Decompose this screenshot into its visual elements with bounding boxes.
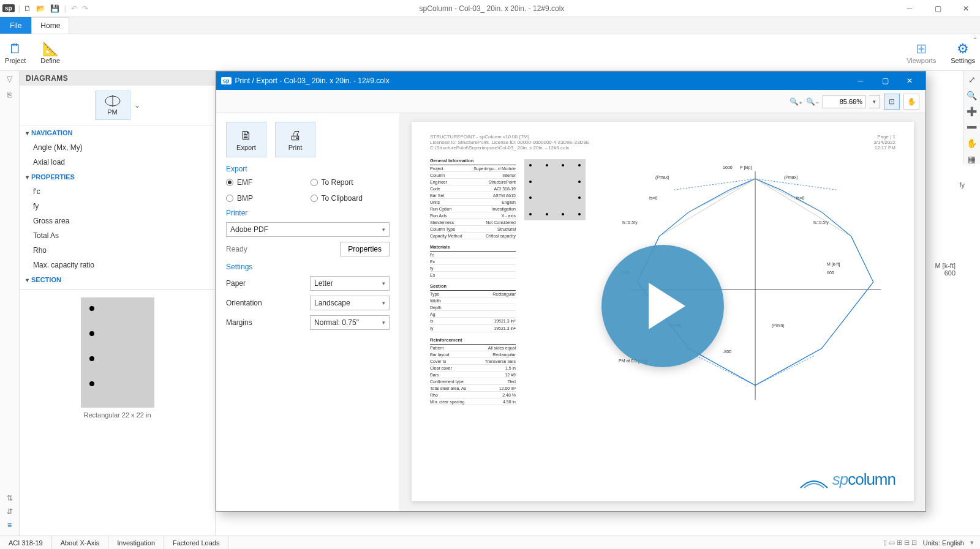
export-button[interactable]: 🗎 Export <box>226 122 266 157</box>
zoom-dropdown[interactable]: ▾ <box>869 95 880 108</box>
units-dropdown-icon[interactable]: ▾ <box>970 539 974 547</box>
zoom-in-icon[interactable]: ➕ <box>967 106 977 116</box>
project-label: Project <box>5 57 26 64</box>
svg-line-5 <box>755 179 851 236</box>
prop-gross[interactable]: Gross area <box>20 214 215 228</box>
prop-rho[interactable]: Rho <box>20 243 215 258</box>
status-runopt[interactable]: Investigation <box>108 536 164 549</box>
status-units[interactable]: Units: English <box>923 539 964 547</box>
play-button[interactable] <box>601 245 724 367</box>
settings-section-label: Settings <box>226 263 390 271</box>
sort-desc-icon[interactable]: ⇵ <box>7 507 13 516</box>
export-section-label: Export <box>226 165 390 173</box>
maximize-button[interactable]: ▢ <box>924 0 952 17</box>
printer-select[interactable]: Adobe PDF▾ <box>226 222 390 237</box>
print-export-dialog: sp Print / Export - Col-03_ 20in. x 20in… <box>216 71 926 512</box>
zoom-out-icon[interactable]: ➖ <box>967 122 977 132</box>
zoom-fit-icon[interactable]: ⤢ <box>968 75 976 84</box>
main-titlebar: sp | 🗋 📂 💾 | ↶ ↷ spColumn - Col-03_ 20in… <box>0 0 980 17</box>
nav-header[interactable]: NAVIGATION <box>20 125 215 140</box>
export-icon: 🗎 <box>240 129 252 143</box>
prop-fc[interactable]: f'c <box>20 184 215 199</box>
redo-icon[interactable]: ↷ <box>82 4 88 13</box>
printer-section-label: Printer <box>226 209 390 217</box>
orientation-select[interactable]: Landscape▾ <box>310 296 390 310</box>
dialog-close[interactable]: ✕ <box>897 72 922 90</box>
zoom-in-icon[interactable]: 🔍₊ <box>790 97 802 106</box>
props-header[interactable]: PROPERTIES <box>20 170 215 184</box>
section-preview: Rectangular 22 x 22 in <box>20 289 215 426</box>
viewports-button[interactable]: ⊞ Viewports <box>907 41 936 64</box>
grid-icon[interactable]: ▦ <box>968 154 976 164</box>
print-button[interactable]: 🖨 Print <box>275 122 315 157</box>
hand-tool-button[interactable]: ✋ <box>903 94 919 110</box>
printer-properties-button[interactable]: Properties <box>340 242 390 256</box>
ribbon-tabs: File Home <box>0 17 980 34</box>
prop-maxcap[interactable]: Max. capacity ratio <box>20 258 215 272</box>
undo-icon[interactable]: ↶ <box>71 4 77 13</box>
nav-axial[interactable]: Axial load <box>20 155 215 170</box>
radio-to-clipboard[interactable]: To Clipboard <box>311 194 390 203</box>
status-code[interactable]: ACI 318-19 <box>0 536 52 549</box>
tab-home[interactable]: Home <box>31 17 69 34</box>
svg-line-4 <box>659 179 755 236</box>
settings-button[interactable]: ⚙ Settings <box>951 41 975 64</box>
left-panel: DIAGRAMS PM ⌄ NAVIGATION Angle (Mx, My) … <box>20 71 216 536</box>
ribbon-collapse-icon[interactable]: ⌃ <box>973 37 978 43</box>
viewports-label: Viewports <box>907 57 936 64</box>
pan-icon[interactable]: ✋ <box>967 138 977 148</box>
sort-asc-icon[interactable]: ⇅ <box>7 494 13 502</box>
radio-bmp[interactable]: BMP <box>226 194 306 203</box>
project-button[interactable]: 🗒 Project <box>5 41 26 64</box>
radio-emf[interactable]: EMF <box>226 178 306 187</box>
tab-file[interactable]: File <box>0 17 31 34</box>
print-icon: 🖨 <box>289 129 301 143</box>
status-axis[interactable]: About X-Axis <box>52 536 109 549</box>
settings-label: Settings <box>951 57 975 64</box>
pm-icon <box>104 95 121 107</box>
dialog-minimize[interactable]: ─ <box>848 72 873 90</box>
section-header[interactable]: SECTION <box>20 272 215 287</box>
margins-select[interactable]: Normal: 0.75"▾ <box>310 315 390 330</box>
zoom-window-icon[interactable]: 🔍 <box>967 91 977 100</box>
statusbar: ACI 318-19 About X-Axis Investigation Fa… <box>0 536 980 549</box>
panel-toggle-icon[interactable]: ⎘ <box>7 91 12 99</box>
dialog-maximize[interactable]: ▢ <box>873 72 897 90</box>
paper-label: Paper <box>226 279 246 288</box>
new-icon[interactable]: 🗋 <box>24 4 31 13</box>
zoom-out-icon[interactable]: 🔍₋ <box>806 97 819 106</box>
zoom-input[interactable] <box>823 95 865 108</box>
svg-line-7 <box>755 179 821 212</box>
print-preview[interactable]: STRUCTUREPOINT - spColumn v10.00 (TM) Li… <box>400 113 925 511</box>
define-button[interactable]: 📐 Define <box>40 41 60 64</box>
fit-page-button[interactable]: ⊡ <box>884 94 900 110</box>
pm-label: PM <box>104 108 121 116</box>
viewports-icon: ⊞ <box>916 41 927 57</box>
svg-line-6 <box>689 179 755 212</box>
pm-diagram-button[interactable]: PM <box>95 91 130 120</box>
close-button[interactable]: ✕ <box>952 0 980 17</box>
open-icon[interactable]: 📂 <box>36 4 45 13</box>
right-toolbar: ⤢ 🔍 ➕ ➖ ✋ ▦ <box>963 71 980 164</box>
dialog-title: Print / Export - Col-03_ 20in. x 20in. -… <box>235 77 390 85</box>
status-loads[interactable]: Factored Loads <box>164 536 228 549</box>
nav-angle[interactable]: Angle (Mx, My) <box>20 140 215 155</box>
play-icon <box>649 283 685 329</box>
paper-select[interactable]: Letter▾ <box>310 276 390 291</box>
define-icon: 📐 <box>42 41 59 57</box>
prop-totalas[interactable]: Total As <box>20 228 215 243</box>
dialog-badge: sp <box>221 77 232 84</box>
view-icons[interactable]: ▯ ▭ ⊞ ⊟ ⊡ <box>883 539 917 547</box>
prop-fy[interactable]: fy <box>20 199 215 214</box>
radio-to-report[interactable]: To Report <box>311 178 390 187</box>
save-icon[interactable]: 💾 <box>50 4 59 13</box>
project-icon: 🗒 <box>9 41 22 57</box>
settings-icon: ⚙ <box>957 41 969 57</box>
ribbon: 🗒 Project 📐 Define ⊞ Viewports ⚙ Setting… <box>0 34 980 71</box>
minimize-button[interactable]: ─ <box>895 0 924 17</box>
menu-icon[interactable]: ≡ <box>7 521 12 529</box>
section-caption: Rectangular 22 x 22 in <box>83 411 151 419</box>
dropdown-icon[interactable]: ⌄ <box>134 101 140 110</box>
left-gutter: ▽ ⎘ ⇅ ⇵ ≡ <box>0 71 20 536</box>
filter-icon[interactable]: ▽ <box>7 75 12 83</box>
